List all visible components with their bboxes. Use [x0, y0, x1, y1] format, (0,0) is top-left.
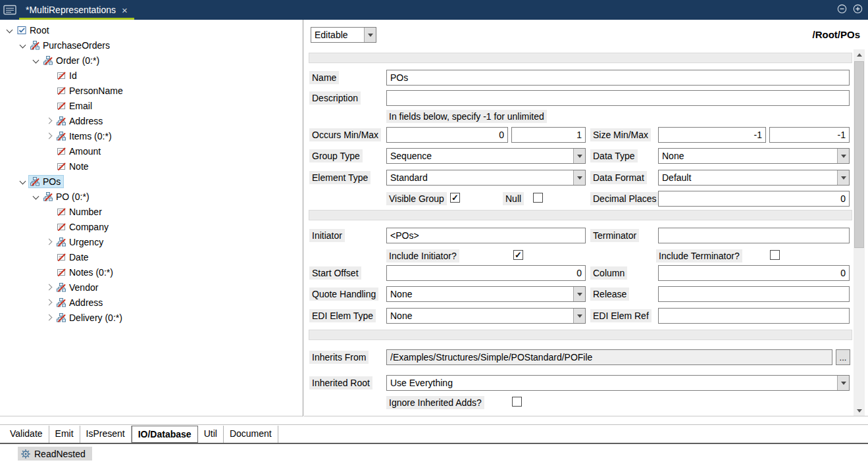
- group-type-select[interactable]: Sequence: [386, 148, 586, 164]
- terminator-input[interactable]: [658, 228, 850, 243]
- name-input[interactable]: [386, 70, 850, 86]
- tree-item-amount[interactable]: Amount: [0, 143, 303, 159]
- edi-elem-ref-label: EDI Elem Ref: [590, 309, 651, 322]
- chevron-right-icon[interactable]: [43, 297, 55, 308]
- tree-item-date[interactable]: Date: [0, 249, 303, 264]
- release-input[interactable]: [658, 286, 850, 302]
- quote-handling-label: Quote Handling: [309, 288, 378, 301]
- scroll-down-icon[interactable]: [854, 405, 865, 416]
- tree-item-note[interactable]: Note: [0, 159, 303, 174]
- tab-emit[interactable]: Emit: [49, 426, 80, 443]
- size-max-input[interactable]: [769, 127, 850, 143]
- inherits-from-input[interactable]: [386, 349, 832, 365]
- tree-item-address[interactable]: Address: [0, 295, 303, 310]
- tab-validate[interactable]: Validate: [4, 426, 49, 443]
- ignore-inherited-adds-checkbox[interactable]: [512, 397, 522, 407]
- include-terminator-label: Include Terminator?: [656, 249, 742, 262]
- struct-icon: [30, 40, 40, 51]
- size-minmax-label: Size Min/Max: [590, 128, 651, 141]
- ignore-inherited-adds-label: Ignore Inherited Adds?: [386, 396, 484, 409]
- field-icon: [56, 207, 66, 217]
- element-type-label: Element Type: [309, 171, 370, 184]
- edit-mode-select[interactable]: Editable: [311, 27, 376, 43]
- initiator-input[interactable]: [386, 228, 586, 243]
- circle-plus-icon[interactable]: [853, 4, 863, 16]
- tab-util[interactable]: Util: [198, 426, 224, 443]
- chevron-down-icon[interactable]: [573, 149, 585, 163]
- chevron-down-icon[interactable]: [573, 309, 585, 323]
- include-terminator-checkbox[interactable]: [770, 250, 780, 260]
- chevron-right-icon[interactable]: [43, 237, 55, 247]
- chevron-spacer: [43, 146, 55, 157]
- tab-io-database[interactable]: IO/Database: [132, 426, 198, 443]
- field-icon: [56, 101, 66, 111]
- tree-item-id[interactable]: Id: [0, 68, 303, 83]
- tree-item-label: Urgency: [69, 237, 103, 247]
- tree-item-po-0[interactable]: PO (0:*): [0, 189, 303, 204]
- data-type-select[interactable]: None: [658, 148, 850, 164]
- tree-item-notes-0[interactable]: Notes (0:*): [0, 264, 303, 280]
- chevron-down-icon[interactable]: [17, 176, 29, 187]
- tree-item-email[interactable]: Email: [0, 98, 303, 113]
- circle-minus-icon[interactable]: [837, 4, 847, 16]
- tree-item-items-0[interactable]: Items (0:*): [0, 128, 303, 143]
- tree-item-address[interactable]: Address: [0, 113, 303, 128]
- chevron-right-icon[interactable]: [43, 282, 55, 293]
- tree-item-pos[interactable]: POs: [0, 174, 303, 189]
- quote-handling-select[interactable]: None: [386, 286, 586, 302]
- tree-item-company[interactable]: Company: [0, 219, 303, 234]
- chevron-down-icon[interactable]: [364, 28, 376, 42]
- tree-item-order-0[interactable]: Order (0:*): [0, 53, 303, 68]
- start-offset-input[interactable]: [386, 265, 586, 281]
- size-min-input[interactable]: [658, 127, 766, 143]
- tree-item-vendor[interactable]: Vendor: [0, 280, 303, 295]
- tab-ispresent[interactable]: IsPresent: [80, 426, 132, 443]
- chevron-down-icon[interactable]: [17, 40, 29, 51]
- chevron-down-icon[interactable]: [837, 170, 849, 185]
- occurs-min-input[interactable]: [386, 127, 508, 143]
- vertical-scrollbar[interactable]: [854, 49, 865, 416]
- inherited-root-select[interactable]: Use Everything: [386, 375, 850, 391]
- chevron-down-icon[interactable]: [30, 55, 42, 66]
- tree-item-number[interactable]: Number: [0, 204, 303, 219]
- chevron-right-icon[interactable]: [43, 131, 55, 141]
- tree-item-label: Email: [69, 101, 92, 111]
- chevron-right-icon[interactable]: [43, 312, 55, 323]
- document-tab[interactable]: *MultiRepresentations ×: [19, 0, 134, 20]
- scrollbar-thumb[interactable]: [854, 61, 864, 248]
- tree-item-delivery-0[interactable]: Delivery (0:*): [0, 310, 303, 325]
- element-type-select[interactable]: Standard: [386, 170, 586, 186]
- decimal-places-input[interactable]: [658, 191, 850, 207]
- chevron-down-icon[interactable]: [573, 287, 585, 301]
- tree-item-urgency[interactable]: Urgency: [0, 234, 303, 249]
- browse-button[interactable]: ...: [836, 349, 850, 365]
- tree-item-purchaseorders[interactable]: PurchaseOrders: [0, 38, 303, 53]
- visible-group-checkbox[interactable]: [450, 193, 460, 203]
- app-icon: [3, 5, 16, 15]
- data-format-select[interactable]: Default: [658, 170, 850, 186]
- null-checkbox[interactable]: [533, 193, 543, 203]
- chevron-down-icon[interactable]: [837, 149, 849, 163]
- edi-elem-ref-input[interactable]: [658, 308, 850, 324]
- chevron-down-icon[interactable]: [30, 191, 42, 202]
- include-initiator-checkbox[interactable]: [513, 250, 523, 260]
- column-input[interactable]: [658, 265, 850, 281]
- element-type-value: Standard: [387, 172, 573, 183]
- chevron-down-icon[interactable]: [837, 376, 849, 390]
- chevron-down-icon[interactable]: [4, 25, 16, 36]
- chevron-right-icon[interactable]: [43, 116, 55, 126]
- tab-document[interactable]: Document: [224, 426, 278, 443]
- edi-elem-type-select[interactable]: None: [386, 308, 586, 324]
- tab-close-icon[interactable]: ×: [122, 5, 128, 15]
- description-input[interactable]: [386, 90, 850, 106]
- edi-elem-type-value: None: [387, 311, 573, 321]
- scroll-up-icon[interactable]: [854, 49, 865, 61]
- tree-item-root[interactable]: Root: [0, 22, 303, 38]
- occurs-max-input[interactable]: [511, 127, 586, 143]
- tree-item-personname[interactable]: PersonName: [0, 83, 303, 98]
- group-type-label: Group Type: [309, 149, 363, 162]
- tree-item-label: Note: [69, 161, 89, 172]
- script-item-readnested[interactable]: ReadNested: [18, 447, 92, 461]
- chevron-down-icon[interactable]: [573, 170, 585, 185]
- chevron-spacer: [43, 252, 55, 262]
